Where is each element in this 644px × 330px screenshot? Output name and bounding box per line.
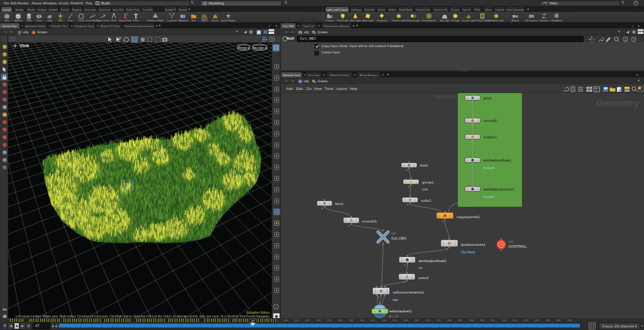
- svg-text:smooth: smooth: [484, 166, 495, 170]
- svg-text:grid1: grid1: [484, 96, 492, 100]
- svg-text:hair: hair: [393, 298, 399, 302]
- svg-text:null: null: [391, 231, 396, 235]
- svg-text:null: null: [508, 239, 513, 243]
- svg-text:group1: group1: [422, 180, 434, 184]
- svg-text:?: ?: [271, 37, 274, 41]
- svg-text:CONTROL: CONTROL: [508, 245, 527, 248]
- svg-text:normal1: normal1: [484, 119, 497, 123]
- svg-text:Col_OBJ: Col_OBJ: [391, 236, 406, 240]
- svg-text:Geometry: Geometry: [596, 98, 639, 108]
- svg-text:Education: Education: [435, 94, 459, 99]
- svg-text:smooth1: smooth1: [362, 219, 377, 223]
- svg-text:Education Edition: Education Edition: [247, 311, 270, 314]
- svg-text:attribadjustvector1: attribadjustvector1: [484, 187, 515, 191]
- svg-text:1: 1: [625, 38, 627, 41]
- svg-text:?: ?: [635, 1, 636, 5]
- svg-text:color1: color1: [421, 199, 432, 202]
- svg-text:guideprocess1: guideprocess1: [461, 243, 486, 246]
- svg-text:line1: line1: [420, 163, 428, 167]
- svg-text:i: i: [275, 305, 276, 309]
- svg-text:vellumconstraints1: vellumconstraints1: [393, 290, 425, 294]
- svg-text:?: ?: [633, 38, 635, 41]
- svg-text:root: root: [422, 187, 428, 191]
- svg-text:copytopoints1: copytopoints1: [457, 215, 480, 219]
- svg-text:attribadjustfloat2: attribadjustfloat2: [419, 259, 447, 263]
- svg-text:attribadjustfloat1: attribadjustfloat1: [484, 158, 512, 162]
- svg-text:Op-Parol: Op-Parol: [461, 250, 475, 254]
- svg-text:color2: color2: [418, 276, 429, 280]
- svg-text:rot: rot: [419, 266, 423, 270]
- svg-text:box1: box1: [335, 202, 344, 206]
- svg-text:vellumsolver1: vellumsolver1: [389, 309, 412, 313]
- svg-text:scatter1: scatter1: [484, 135, 497, 139]
- svg-text:bendvk: bendvk: [484, 195, 495, 199]
